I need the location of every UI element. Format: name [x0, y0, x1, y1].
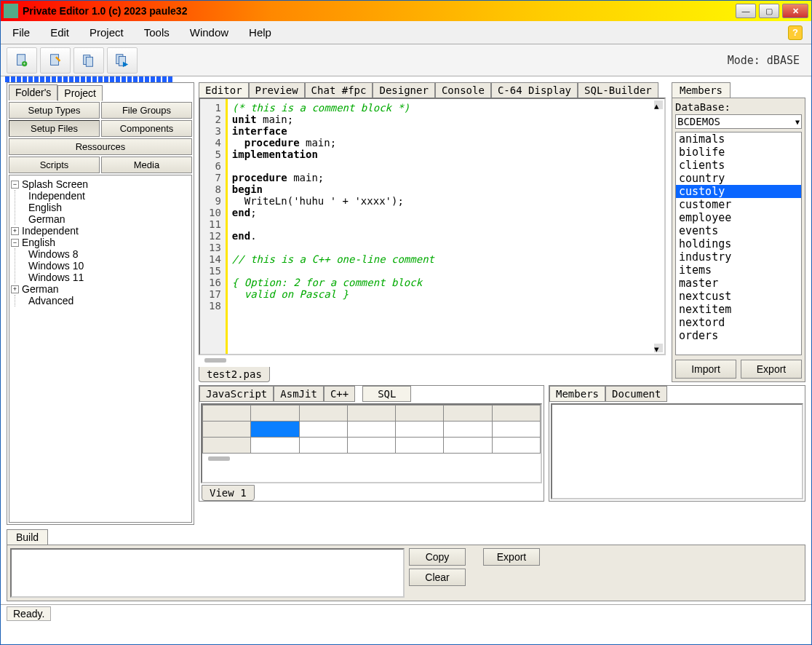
- menu-tools[interactable]: Tools: [144, 26, 170, 39]
- tree-expand-icon[interactable]: +: [11, 227, 19, 235]
- grid-cell[interactable]: [492, 422, 540, 438]
- list-item[interactable]: events: [676, 224, 801, 237]
- tab-chat[interactable]: Chat #fpc: [305, 82, 373, 98]
- btn-scripts[interactable]: Scripts: [9, 157, 100, 173]
- list-item[interactable]: industry: [676, 250, 801, 264]
- tab-designer[interactable]: Designer: [373, 82, 434, 98]
- tab-sql[interactable]: SQL: [362, 386, 411, 402]
- project-tree[interactable]: −Splash Screen Independent English Germa…: [9, 175, 192, 523]
- grid-cell[interactable]: [251, 438, 299, 454]
- grid-cell[interactable]: [347, 422, 395, 438]
- tab-members2[interactable]: Members: [549, 386, 605, 402]
- tree-item[interactable]: Advanced: [28, 295, 73, 306]
- list-item[interactable]: biolife: [676, 146, 801, 159]
- tab-console[interactable]: Console: [435, 82, 491, 98]
- maximize-button[interactable]: ▢: [759, 4, 779, 18]
- grid-cell[interactable]: [444, 422, 492, 438]
- run-file-button[interactable]: [107, 47, 138, 74]
- list-item[interactable]: employee: [676, 211, 801, 224]
- tree-item[interactable]: Splash Screen: [22, 178, 88, 190]
- tab-document[interactable]: Document: [605, 386, 667, 402]
- grid-header[interactable]: [251, 405, 299, 422]
- list-item[interactable]: customer: [676, 198, 801, 211]
- menu-edit[interactable]: Edit: [50, 26, 69, 39]
- btn-setup-files[interactable]: Setup Files: [9, 120, 100, 137]
- tree-item[interactable]: Windows 10: [28, 260, 84, 272]
- tree-expand-icon[interactable]: +: [11, 285, 19, 293]
- tree-collapse-icon[interactable]: −: [11, 181, 19, 189]
- grid-cell[interactable]: [347, 438, 395, 454]
- import-button[interactable]: Import: [675, 360, 736, 379]
- edit-file-button[interactable]: [40, 47, 71, 74]
- grid-rowhead[interactable]: [203, 422, 251, 438]
- tree-item[interactable]: German: [28, 213, 65, 225]
- new-file-button[interactable]: +: [7, 47, 37, 74]
- tree-item[interactable]: English: [28, 202, 62, 213]
- code-area[interactable]: (* this is a comment block *) unit main;…: [228, 99, 664, 354]
- database-combo[interactable]: BCDEMOS▼: [675, 114, 802, 129]
- list-item[interactable]: clients: [676, 159, 801, 172]
- menu-project[interactable]: Project: [89, 26, 124, 39]
- grid-cell[interactable]: [396, 422, 444, 438]
- grid-header[interactable]: [492, 405, 540, 422]
- list-item[interactable]: nextord: [676, 316, 801, 329]
- clear-button[interactable]: Clear: [409, 569, 466, 586]
- tab-build[interactable]: Build: [7, 529, 48, 545]
- list-item[interactable]: holdings: [676, 237, 801, 250]
- btn-components[interactable]: Components: [101, 120, 192, 137]
- tab-members[interactable]: Members: [672, 82, 731, 98]
- tab-javascript[interactable]: JavaScript: [199, 386, 274, 402]
- list-item[interactable]: custoly: [676, 185, 801, 198]
- minimize-button[interactable]: —: [736, 4, 756, 18]
- btn-setup-types[interactable]: Setup Types: [9, 102, 100, 119]
- grid-header[interactable]: [203, 405, 251, 422]
- list-item[interactable]: orders: [676, 329, 801, 342]
- tab-preview[interactable]: Preview: [249, 82, 305, 98]
- tab-sqlbuilder[interactable]: SQL-Builder: [578, 82, 658, 98]
- tab-c64[interactable]: C-64 Display: [491, 82, 578, 98]
- menu-help[interactable]: Help: [249, 26, 271, 39]
- tree-collapse-icon[interactable]: −: [11, 239, 19, 247]
- list-item[interactable]: nextitem: [676, 303, 801, 316]
- btn-ressources[interactable]: Ressources: [9, 138, 192, 155]
- tab-cpp[interactable]: C++: [324, 386, 355, 402]
- grid-cell[interactable]: [396, 438, 444, 454]
- tree-item[interactable]: Independent: [22, 225, 79, 237]
- btn-file-groups[interactable]: File Groups: [101, 102, 192, 119]
- tab-view1[interactable]: View 1: [202, 485, 255, 501]
- tree-item[interactable]: Independent: [28, 190, 85, 202]
- help-icon[interactable]: ?: [788, 25, 803, 40]
- file-tab[interactable]: test2.pas: [199, 367, 270, 382]
- menu-file[interactable]: File: [12, 26, 30, 39]
- tab-project[interactable]: Project: [57, 85, 103, 101]
- export-button[interactable]: Export: [741, 360, 802, 379]
- tab-folders[interactable]: Folder's: [9, 84, 57, 100]
- build-output[interactable]: [10, 548, 405, 598]
- tree-item[interactable]: English: [22, 237, 55, 248]
- list-item[interactable]: master: [676, 277, 801, 290]
- code-editor[interactable]: 123456789101112131415161718 (* this is a…: [199, 98, 666, 355]
- export-button-2[interactable]: Export: [483, 548, 540, 566]
- grid-header[interactable]: [444, 405, 492, 422]
- list-item[interactable]: country: [676, 172, 801, 185]
- grid-cell[interactable]: [299, 422, 347, 438]
- tab-asmjit[interactable]: AsmJit: [274, 386, 324, 402]
- tree-item[interactable]: German: [22, 283, 59, 295]
- close-button[interactable]: ✕: [782, 4, 808, 18]
- grid-header[interactable]: [299, 405, 347, 422]
- grid-cell[interactable]: [299, 438, 347, 454]
- list-item[interactable]: items: [676, 264, 801, 277]
- resize-handle[interactable]: [204, 358, 226, 363]
- copy-button[interactable]: Copy: [409, 548, 466, 566]
- scroll-up-icon[interactable]: ▴: [654, 100, 663, 109]
- copy-file-button[interactable]: [73, 47, 104, 74]
- list-item[interactable]: animals: [676, 132, 801, 146]
- table-list[interactable]: animals biolife clients country custoly …: [675, 132, 802, 355]
- grid-cell[interactable]: [492, 438, 540, 454]
- tab-editor[interactable]: Editor: [199, 82, 249, 98]
- scroll-down-icon[interactable]: ▾: [654, 344, 663, 352]
- grid-cell[interactable]: [444, 438, 492, 454]
- menu-window[interactable]: Window: [190, 26, 228, 39]
- tree-item[interactable]: Windows 11: [28, 272, 84, 283]
- grid-header[interactable]: [396, 405, 444, 422]
